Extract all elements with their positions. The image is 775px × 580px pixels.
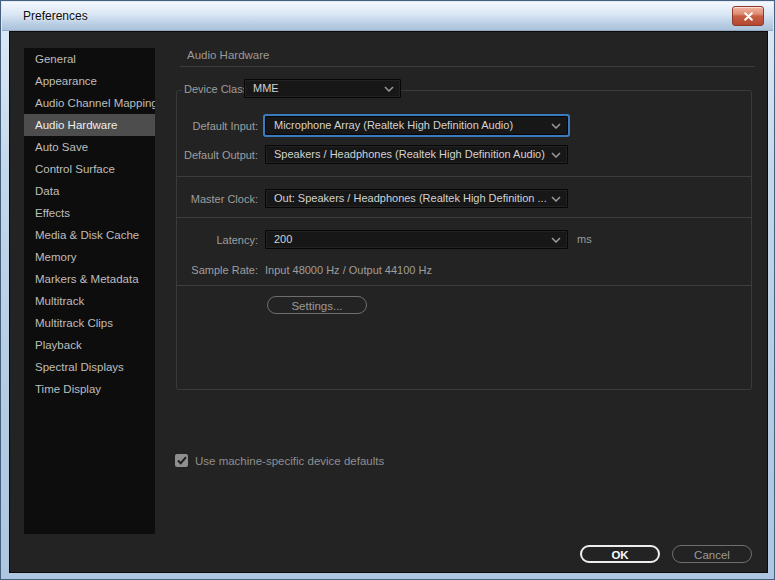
chevron-down-icon <box>551 196 561 202</box>
sample-rate-value: Input 48000 Hz / Output 44100 Hz <box>265 264 432 276</box>
device-class-label: Device Class: <box>182 81 244 97</box>
sidebar-item-multitrack[interactable]: Multitrack <box>24 290 155 312</box>
window-title: Preferences <box>23 9 88 23</box>
default-input-value: Microphone Array (Realtek High Definitio… <box>274 119 513 131</box>
master-clock-dropdown[interactable]: Out: Speakers / Headphones (Realtek High… <box>265 189 568 208</box>
cancel-button[interactable]: Cancel <box>672 545 752 563</box>
checkmark-icon <box>177 456 187 465</box>
chevron-down-icon <box>551 123 561 129</box>
close-icon <box>744 12 753 21</box>
master-clock-label: Master Clock: <box>10 191 258 207</box>
latency-dropdown[interactable]: 200 <box>265 230 568 249</box>
ok-button[interactable]: OK <box>580 545 660 563</box>
section-divider <box>177 176 751 177</box>
chevron-down-icon <box>551 237 561 243</box>
close-button[interactable] <box>732 6 764 26</box>
latency-value: 200 <box>274 233 292 245</box>
sidebar-list: GeneralAppearanceAudio Channel MappingAu… <box>24 48 155 400</box>
machine-defaults-label[interactable]: Use machine-specific device defaults <box>195 454 384 468</box>
sidebar-item-multitrack-clips[interactable]: Multitrack Clips <box>24 312 155 334</box>
default-input-dropdown[interactable]: Microphone Array (Realtek High Definitio… <box>265 116 568 135</box>
sidebar-item-general[interactable]: General <box>24 48 155 70</box>
master-clock-value: Out: Speakers / Headphones (Realtek High… <box>274 192 547 204</box>
default-output-dropdown[interactable]: Speakers / Headphones (Realtek High Defi… <box>265 145 568 164</box>
section-divider <box>177 217 751 218</box>
sidebar-item-playback[interactable]: Playback <box>24 334 155 356</box>
panel-title: Audio Hardware <box>187 49 269 61</box>
preferences-window: Preferences GeneralAppearanceAudio Chann… <box>0 0 775 580</box>
device-class-dropdown[interactable]: MME <box>244 79 401 98</box>
latency-unit: ms <box>577 233 592 245</box>
chevron-down-icon <box>551 152 561 158</box>
default-output-label: Default Output: <box>10 147 258 163</box>
machine-defaults-checkbox[interactable] <box>175 454 188 467</box>
device-class-value: MME <box>253 82 279 94</box>
latency-label: Latency: <box>10 232 258 248</box>
titlebar[interactable]: Preferences <box>2 2 773 31</box>
default-output-value: Speakers / Headphones (Realtek High Defi… <box>274 148 545 160</box>
panel-title-divider <box>180 66 755 67</box>
dialog-content: GeneralAppearanceAudio Channel MappingAu… <box>9 31 768 573</box>
sidebar-item-audio-channel-mapping[interactable]: Audio Channel Mapping <box>24 92 155 114</box>
sidebar-item-spectral-displays[interactable]: Spectral Displays <box>24 356 155 378</box>
default-input-label: Default Input: <box>10 118 258 134</box>
sidebar-item-time-display[interactable]: Time Display <box>24 378 155 400</box>
sample-rate-label: Sample Rate: <box>10 262 258 278</box>
chevron-down-icon <box>384 86 394 92</box>
settings-button[interactable]: Settings... <box>267 296 367 314</box>
sidebar-item-appearance[interactable]: Appearance <box>24 70 155 92</box>
section-divider <box>177 285 751 286</box>
